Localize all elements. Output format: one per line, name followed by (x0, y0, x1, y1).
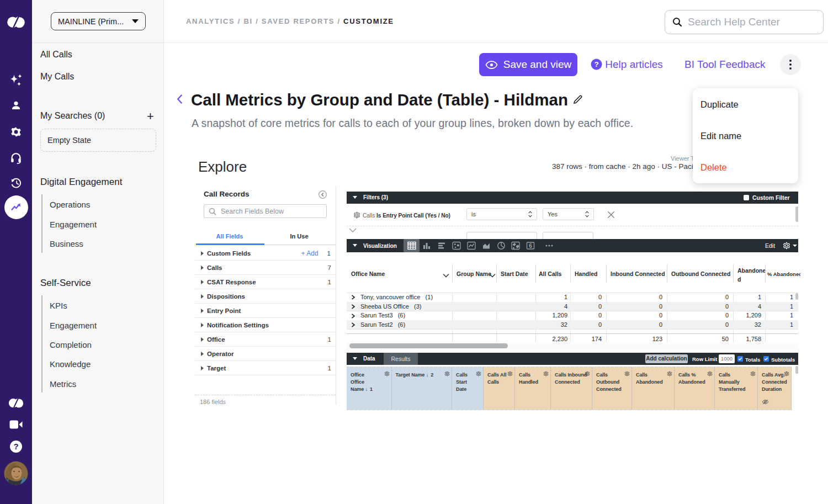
svg-text:6: 6 (529, 243, 533, 249)
svg-text:?: ? (13, 442, 18, 451)
svg-text:?: ? (594, 60, 598, 68)
